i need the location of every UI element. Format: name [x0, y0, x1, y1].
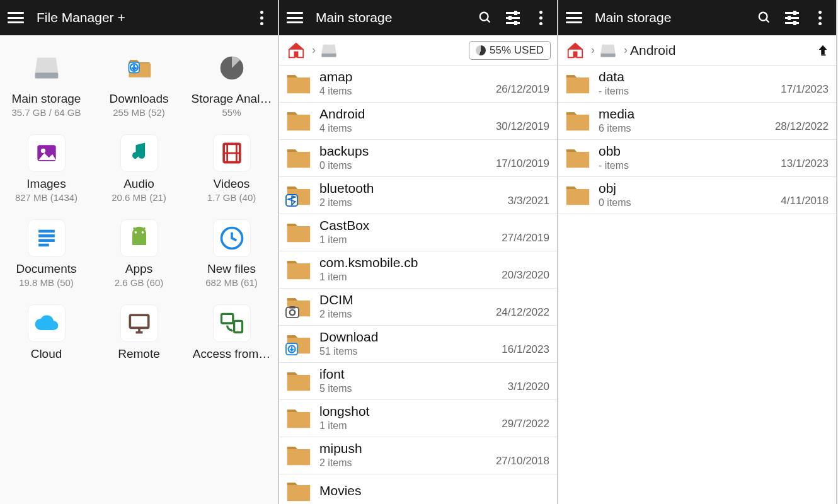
- folder-row[interactable]: obb - items 13/1/2023: [558, 140, 836, 177]
- folder-date: 29/7/2022: [502, 418, 549, 430]
- folder-row[interactable]: amap 4 items 26/12/2019: [279, 66, 557, 103]
- filter-icon[interactable]: [783, 9, 801, 26]
- folder-icon: [284, 71, 313, 96]
- folder-date: 27/4/2019: [502, 232, 549, 244]
- page-title: Main storage: [595, 10, 745, 25]
- folder-icon: [284, 219, 313, 244]
- storage-used-pill[interactable]: 55% USED: [469, 41, 551, 60]
- folder-row[interactable]: backups 0 items 17/10/2019: [279, 140, 557, 177]
- menu-icon[interactable]: [8, 12, 24, 23]
- tile-sub: 827 MB (1434): [15, 192, 77, 203]
- folder-date: 24/12/2022: [496, 306, 549, 319]
- tile-audio[interactable]: Audio20.6 MB (21): [93, 132, 185, 205]
- svg-point-34: [759, 13, 767, 21]
- tile-access[interactable]: Access from…: [185, 302, 278, 364]
- chevron-icon: ›: [591, 43, 595, 57]
- folder-sub: 1 item: [319, 234, 502, 246]
- breadcrumb-current[interactable]: Android: [630, 43, 675, 58]
- menu-icon[interactable]: [287, 12, 303, 23]
- page-title: Main storage: [316, 10, 466, 25]
- folder-name: backups: [319, 144, 496, 159]
- folder-row[interactable]: Android 4 items 30/12/2019: [279, 103, 557, 140]
- svg-point-14: [134, 231, 137, 234]
- folder-row[interactable]: Download 51 items 16/1/2023: [279, 326, 557, 363]
- folder-date: 30/12/2019: [496, 120, 549, 133]
- folder-sub: 2 items: [319, 457, 496, 469]
- folder-sub: 2 items: [319, 309, 496, 320]
- folder-icon: [284, 182, 313, 207]
- folder-sub: 2 items: [319, 197, 508, 209]
- folder-icon: [563, 71, 592, 96]
- svg-rect-22: [221, 314, 232, 323]
- folder-icon: [284, 478, 313, 503]
- folder-name: com.ksmobile.cb: [319, 255, 502, 270]
- folder-date: 17/10/2019: [496, 158, 549, 170]
- overflow-icon[interactable]: [532, 9, 549, 26]
- menu-icon[interactable]: [566, 12, 582, 23]
- folder-row[interactable]: mipush 2 items 27/10/2018: [279, 437, 557, 474]
- tile-videos[interactable]: Videos1.7 GB (40): [185, 132, 278, 205]
- folder-row[interactable]: obj 0 items 4/11/2018: [558, 177, 836, 214]
- folder-name: obj: [599, 181, 781, 196]
- tile-drive[interactable]: Main storage35.7 GB / 64 GB: [0, 47, 93, 120]
- folder-row[interactable]: ifont 5 items 3/1/2020: [279, 363, 557, 400]
- folder-sub: 0 items: [599, 197, 781, 209]
- home-icon[interactable]: [565, 40, 586, 61]
- tile-label: Apps: [125, 262, 152, 276]
- overflow-icon[interactable]: [811, 9, 829, 26]
- tile-sub: 35.7 GB / 64 GB: [11, 107, 81, 118]
- svg-rect-0: [35, 72, 58, 78]
- folder-row[interactable]: Movies: [279, 474, 557, 504]
- folder-row[interactable]: com.ksmobile.cb 1 item 20/3/2020: [279, 251, 557, 289]
- folder-icon: [284, 256, 313, 282]
- tile-label: Storage Anal…: [192, 92, 272, 106]
- file-list[interactable]: data - items 17/1/2023 media 6 items 28/…: [558, 66, 836, 504]
- folder-name: Android: [319, 106, 496, 122]
- tile-docs[interactable]: Documents19.8 MB (50): [0, 217, 93, 290]
- drive-icon[interactable]: [318, 40, 340, 61]
- tile-images[interactable]: Images827 MB (1434): [0, 132, 93, 205]
- folder-row[interactable]: data - items 17/1/2023: [558, 66, 836, 103]
- folder-sub: 4 items: [319, 86, 496, 97]
- folder-row[interactable]: CastBox 1 item 27/4/2019: [279, 214, 557, 251]
- tile-pie[interactable]: Storage Anal…55%: [185, 47, 278, 120]
- tile-label: Documents: [16, 262, 76, 276]
- folder-row[interactable]: DCIM 2 items 24/12/2022: [279, 289, 557, 326]
- svg-line-35: [766, 20, 769, 23]
- folder-icon: [284, 331, 313, 356]
- tile-apps[interactable]: Apps2.6 GB (60): [93, 217, 185, 290]
- folder-sub: - items: [599, 86, 781, 97]
- folder-row[interactable]: bluetooth 2 items 3/3/2021: [279, 177, 557, 214]
- tile-sub: 55%: [222, 107, 241, 118]
- app-title: File Manager +: [37, 10, 243, 25]
- home-body: Main storage35.7 GB / 64 GBDownloads255 …: [0, 35, 278, 504]
- svg-rect-23: [234, 321, 242, 332]
- tile-clock[interactable]: New files682 MB (61): [185, 217, 278, 290]
- search-icon[interactable]: [755, 9, 773, 26]
- folder-name: data: [599, 69, 781, 84]
- drive-icon[interactable]: [597, 40, 619, 61]
- tile-cloud[interactable]: Cloud: [0, 302, 93, 364]
- file-list[interactable]: amap 4 items 26/12/2019 Android 4 items …: [279, 66, 557, 504]
- overflow-icon[interactable]: [253, 9, 270, 26]
- filter-icon[interactable]: [504, 9, 522, 26]
- tile-remote[interactable]: Remote: [93, 302, 185, 364]
- folder-sub: 6 items: [599, 123, 775, 134]
- folder-name: media: [599, 106, 775, 122]
- up-icon[interactable]: [816, 42, 830, 59]
- home-icon[interactable]: [285, 40, 307, 61]
- folder-name: longshot: [319, 404, 502, 419]
- tile-downloads[interactable]: Downloads255 MB (52): [93, 47, 185, 120]
- storage-used-label: 55% USED: [490, 44, 544, 57]
- svg-rect-19: [130, 315, 148, 328]
- tile-label: Videos: [214, 177, 250, 191]
- folder-sub: 1 item: [319, 420, 502, 432]
- tile-sub: 19.8 MB (50): [19, 277, 74, 288]
- folder-sub: 51 items: [319, 346, 502, 357]
- toolbar: Main storage: [558, 0, 836, 35]
- search-icon[interactable]: [476, 9, 494, 26]
- tile-sub: 2.6 GB (60): [115, 277, 164, 288]
- folder-row[interactable]: media 6 items 28/12/2022: [558, 103, 836, 140]
- folder-date: 3/1/2020: [508, 381, 549, 393]
- folder-row[interactable]: longshot 1 item 29/7/2022: [279, 400, 557, 437]
